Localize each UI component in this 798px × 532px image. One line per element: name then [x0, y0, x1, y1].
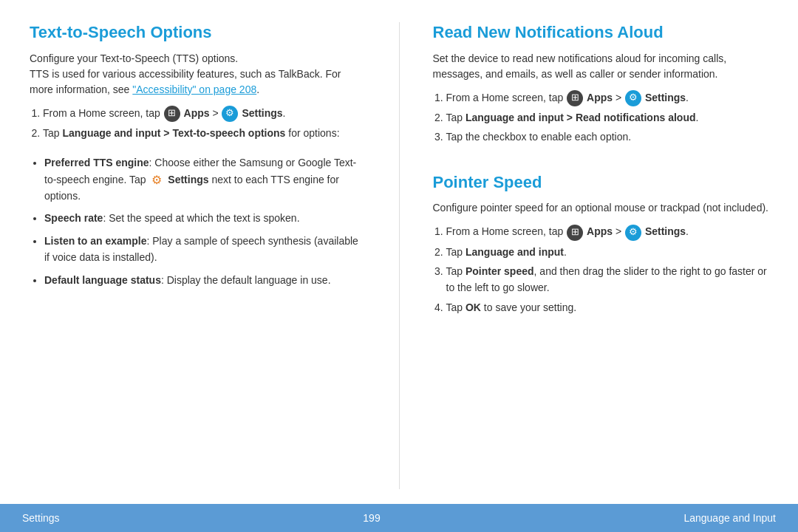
pointer-step1-text: From a Home screen, tap [446, 225, 567, 237]
pointer-title: Pointer Speed [433, 172, 769, 194]
footer-left: Settings [22, 512, 60, 524]
notifications-title: Read New Notifications Aloud [433, 22, 769, 44]
tts-step-1: From a Home screen, tap Apps > Settings. [43, 105, 366, 122]
tts-bullet-default-text: : Display the default language in use. [161, 274, 331, 286]
pointer-step3-text: Tap Pointer speed, and then drag the sli… [446, 265, 767, 293]
tts-step1-settings: Settings. [242, 107, 285, 119]
notifications-desc: Set the device to read new notifications… [433, 51, 769, 82]
tts-bullet-default-label: Default language status [44, 274, 161, 286]
pointer-desc: Configure pointer speed for an optional … [433, 200, 769, 216]
tts-steps: From a Home screen, tap Apps > Settings.… [43, 105, 366, 145]
tts-link[interactable]: "Accessibility" on page 208 [132, 83, 256, 95]
notif-step-3: Tap the checkbox to enable each option. [446, 129, 769, 145]
notif-step1-settings: Settings. [645, 92, 689, 103]
tts-bullet-preferred-label: Preferred TTS engine [44, 157, 149, 168]
pointer-step2-text: Tap Language and input. [446, 246, 567, 258]
notif-step1-apps: Apps > [587, 92, 624, 103]
tts-step1-text: From a Home screen, tap [43, 107, 163, 119]
pointer-step-2: Tap Language and input. [446, 244, 769, 260]
pointer-steps: From a Home screen, tap Apps > Settings.… [446, 223, 769, 316]
notif-apps-icon [567, 90, 583, 106]
tts-bullet-speech-rate-label: Speech rate [44, 212, 103, 224]
notif-settings-icon [625, 90, 641, 106]
notifications-steps: From a Home screen, tap Apps > Settings.… [446, 89, 769, 149]
tts-bullet-speech-rate-text: : Set the speed at which the text is spo… [103, 212, 299, 224]
tts-bullets: Preferred TTS engine: Choose either the … [44, 154, 366, 294]
pointer-step-3: Tap Pointer speed, and then drag the sli… [446, 263, 769, 296]
settings-icon [222, 106, 238, 122]
right-column: Read New Notifications Aloud Set the dev… [433, 22, 769, 489]
pointer-settings-icon [625, 225, 641, 241]
tts-step1-apps: Apps > [184, 107, 222, 119]
main-content: Text-to-Speech Options Configure your Te… [0, 0, 798, 504]
tts-title: Text-to-Speech Options [30, 22, 366, 44]
pointer-step1-settings: Settings. [645, 225, 689, 237]
column-divider [399, 22, 400, 489]
footer-page: 199 [363, 512, 380, 524]
notif-step3-text: Tap the checkbox to enable each option. [446, 131, 632, 143]
pointer-section: Pointer Speed Configure pointer speed fo… [433, 172, 769, 321]
pointer-step4-text: Tap OK to save your setting. [446, 301, 577, 313]
pointer-step-4: Tap OK to save your setting. [446, 299, 769, 316]
tts-bullet-preferred: Preferred TTS engine: Choose either the … [44, 154, 366, 204]
footer-right: Language and Input [683, 512, 776, 524]
pointer-apps-icon [567, 225, 583, 241]
tts-step2-text: Tap Language and input > Text-to-speech … [43, 127, 340, 139]
tts-bullet-listen: Listen to an example: Play a sample of s… [44, 233, 366, 266]
tts-bullet-default: Default language status: Display the def… [44, 272, 366, 288]
tts-step-2: Tap Language and input > Text-to-speech … [43, 125, 366, 141]
tts-bullet-listen-label: Listen to an example [44, 235, 146, 247]
tts-bullet-speech-rate: Speech rate: Set the speed at which the … [44, 210, 366, 226]
notif-step1-text: From a Home screen, tap [446, 92, 567, 103]
notif-step-1: From a Home screen, tap Apps > Settings. [446, 89, 769, 106]
pointer-step1-apps: Apps > [587, 225, 624, 237]
notif-step-2: Tap Language and input > Read notificati… [446, 109, 769, 126]
notif-step2-text: Tap Language and input > Read notificati… [446, 112, 699, 123]
pointer-step-1: From a Home screen, tap Apps > Settings. [446, 223, 769, 240]
tts-intro-period: . [256, 83, 259, 95]
tts-intro: Configure your Text-to-Speech (TTS) opti… [30, 51, 366, 98]
footer: Settings 199 Language and Input [0, 504, 798, 532]
gear-icon [149, 173, 164, 188]
left-column: Text-to-Speech Options Configure your Te… [30, 22, 366, 489]
apps-icon [164, 106, 180, 122]
